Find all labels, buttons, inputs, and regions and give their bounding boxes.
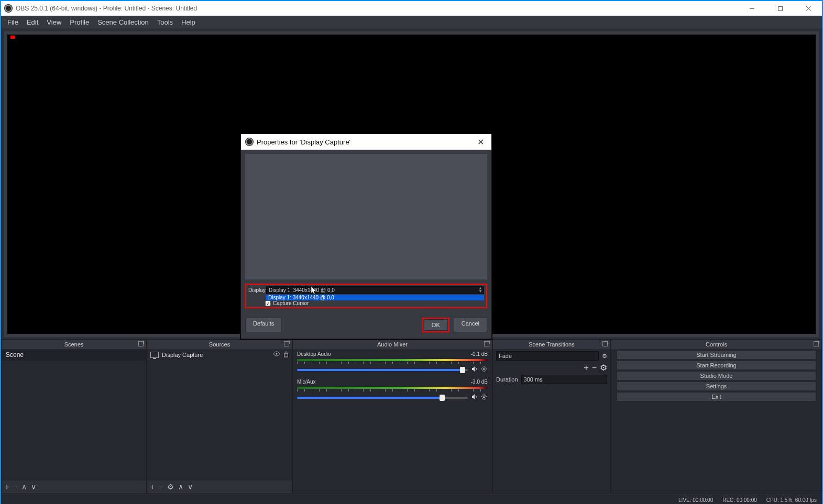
status-bar: LIVE: 00:00:00 REC: 00:00:00 CPU: 1.5%, … (1, 495, 822, 504)
track-name: Mic/Aux (297, 379, 316, 385)
selection-handle[interactable] (10, 36, 15, 39)
obs-logo-icon (4, 4, 13, 13)
speaker-icon[interactable] (471, 365, 478, 375)
duration-input[interactable] (521, 375, 607, 384)
popout-icon[interactable] (813, 341, 819, 347)
menu-view[interactable]: View (42, 18, 65, 26)
dialog-close-button[interactable]: ✕ (474, 137, 487, 147)
volume-slider[interactable] (297, 397, 468, 399)
popout-icon[interactable] (283, 341, 290, 347)
popout-icon[interactable] (138, 341, 144, 347)
source-up-button[interactable]: ∧ (178, 483, 183, 491)
monitor-icon (150, 352, 159, 358)
menu-help[interactable]: Help (177, 18, 200, 26)
controls-panel: Controls Start StreamingStart RecordingS… (611, 339, 822, 494)
transitions-panel: Scene Transitions Fade ⚙ + − ⚙ Duration (492, 339, 611, 494)
popout-icon[interactable] (484, 341, 490, 347)
capture-cursor-checkbox[interactable]: ✓ Capture Cursor (265, 300, 485, 306)
sources-title: Sources (209, 341, 230, 348)
spinner-icon[interactable]: ▲▼ (478, 287, 482, 293)
gear-icon[interactable] (480, 393, 488, 402)
meter-ticks (297, 361, 488, 364)
svg-point-6 (483, 368, 485, 370)
status-rec: REC: 00:00:00 (722, 497, 757, 503)
menu-file[interactable]: File (3, 18, 23, 26)
add-transition-button[interactable]: + (584, 363, 588, 373)
obs-logo-icon (245, 138, 254, 146)
svg-point-4 (276, 353, 278, 355)
add-scene-button[interactable]: + (5, 483, 9, 491)
ok-highlight: OK (422, 318, 449, 332)
svg-rect-5 (284, 354, 288, 357)
window-title: OBS 25.0.1 (64-bit, windows) - Profile: … (16, 5, 197, 12)
audio-mixer-panel: Audio Mixer Desktop Audio-0.1 dB Mic/Aux… (292, 339, 492, 494)
menu-tools[interactable]: Tools (153, 18, 177, 26)
visibility-icon[interactable] (273, 351, 280, 359)
ok-button[interactable]: OK (424, 319, 448, 331)
scene-up-button[interactable]: ∧ (21, 483, 27, 491)
duration-label: Duration (496, 376, 518, 383)
scenes-title: Scenes (64, 341, 84, 348)
remove-scene-button[interactable]: − (13, 483, 17, 491)
lock-icon[interactable] (283, 351, 289, 359)
popout-icon[interactable] (602, 341, 608, 347)
scenes-panel: Scenes Scene + − ∧ ∨ (1, 339, 147, 494)
volume-slider[interactable] (297, 369, 468, 371)
window-titlebar: OBS 25.0.1 (64-bit, windows) - Profile: … (1, 1, 822, 16)
display-label: Display (248, 287, 266, 293)
menu-edit[interactable]: Edit (23, 18, 42, 26)
display-select[interactable]: Display 1: 3440x1440 @ 0,0 ▲▼ (266, 286, 484, 294)
transition-settings-icon[interactable]: ⚙ (602, 353, 607, 360)
scene-item[interactable]: Scene (2, 349, 146, 361)
meter-ticks (297, 389, 488, 392)
transitions-title: Scene Transitions (529, 341, 574, 348)
track-db: -0.1 dB (471, 351, 488, 357)
remove-source-button[interactable]: − (159, 483, 163, 491)
source-settings-button[interactable]: ⚙ (167, 483, 174, 491)
dialog-form-highlight: Display Display 1: 3440x1440 @ 0,0 ▲▼ Di… (245, 284, 487, 308)
control-button[interactable]: Exit (617, 392, 816, 401)
transition-select[interactable]: Fade (496, 351, 599, 361)
transition-config-icon[interactable]: ⚙ (600, 363, 607, 373)
sources-panel: Sources Display Capture (147, 339, 292, 494)
maximize-button[interactable] (770, 3, 791, 14)
menubar: File Edit View Profile Scene Collection … (1, 16, 822, 28)
mixer-track: Desktop Audio-0.1 dB (293, 349, 492, 377)
capture-cursor-label: Capture Cursor (273, 300, 309, 306)
close-button[interactable] (798, 3, 819, 14)
remove-transition-button[interactable]: − (592, 363, 597, 373)
track-name: Desktop Audio (297, 351, 331, 357)
control-button[interactable]: Start Recording (617, 361, 816, 370)
checkbox-icon: ✓ (265, 300, 271, 306)
minimize-button[interactable] (741, 3, 762, 14)
source-down-button[interactable]: ∨ (188, 483, 193, 491)
control-button[interactable]: Start Streaming (617, 350, 816, 360)
status-live: LIVE: 00:00:00 (678, 497, 713, 503)
track-db: -3.0 dB (471, 379, 488, 385)
mixer-title: Audio Mixer (377, 341, 408, 348)
control-button[interactable]: Studio Mode (617, 371, 816, 380)
properties-dialog: Properties for 'Display Capture' ✕ Displ… (240, 133, 492, 339)
scene-down-button[interactable]: ∨ (31, 483, 36, 491)
dialog-preview (245, 154, 487, 279)
display-option-selected[interactable]: Display 1: 3440x1440 @ 0,0 (266, 295, 484, 300)
svg-point-7 (483, 396, 485, 398)
speaker-icon[interactable] (471, 393, 478, 402)
source-label: Display Capture (162, 352, 203, 358)
dialog-title: Properties for 'Display Capture' (257, 138, 350, 146)
menu-profile[interactable]: Profile (65, 18, 93, 26)
cancel-button[interactable]: Cancel (454, 318, 487, 332)
control-button[interactable]: Settings (617, 382, 816, 391)
mixer-track: Mic/Aux-3.0 dB (293, 377, 492, 405)
menu-scene-collection[interactable]: Scene Collection (93, 18, 153, 26)
gear-icon[interactable] (480, 365, 488, 375)
source-item[interactable]: Display Capture (147, 349, 292, 361)
svg-rect-1 (778, 6, 782, 10)
status-cpu: CPU: 1.5%, 60.00 fps (766, 497, 817, 503)
controls-title: Controls (706, 341, 727, 348)
add-source-button[interactable]: + (150, 483, 155, 491)
defaults-button[interactable]: Defaults (245, 318, 282, 332)
